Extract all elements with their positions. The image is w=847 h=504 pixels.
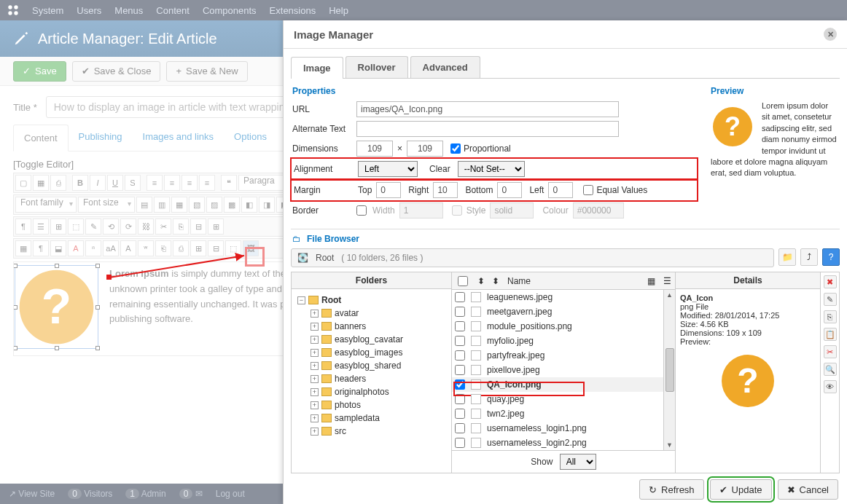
tool-31-icon[interactable]: ☰ xyxy=(33,218,49,235)
file-row[interactable]: module_positions.png xyxy=(452,319,663,334)
file-checkbox[interactable] xyxy=(455,379,465,390)
nav-content[interactable]: Content xyxy=(156,5,190,16)
tool-b-icon[interactable]: ▥ xyxy=(154,197,170,213)
save-new-button[interactable]: +Save & New xyxy=(166,61,247,82)
font-size-select[interactable]: Font size xyxy=(78,197,135,213)
nav-system[interactable]: System xyxy=(32,5,63,16)
file-list[interactable]: leaguenews.jpegmeetgavern.jpegmodule_pos… xyxy=(452,290,663,450)
tool-49-icon[interactable]: ⎙ xyxy=(173,240,189,256)
tool-38-icon[interactable]: ✂ xyxy=(155,218,171,235)
open-icon[interactable]: ▦ xyxy=(33,175,49,191)
folder-easyblog_images[interactable]: +easyblog_images xyxy=(308,346,448,359)
file-checkbox[interactable] xyxy=(455,321,465,331)
tool-4b-icon[interactable]: ⊟ xyxy=(208,240,224,256)
scroll-up-icon[interactable]: ▲ xyxy=(666,291,673,299)
equal-values-checkbox[interactable] xyxy=(583,185,593,195)
scroll-down-icon[interactable]: ▼ xyxy=(666,441,673,449)
file-checkbox[interactable] xyxy=(455,292,465,302)
folder-tree[interactable]: −Root +avatar+banners+easyblog_cavatar+e… xyxy=(292,289,451,473)
new-folder-icon[interactable]: 📁 xyxy=(778,248,796,266)
rename-icon[interactable]: ✎ xyxy=(824,293,837,306)
alt-text-input[interactable] xyxy=(356,121,619,137)
new-doc-icon[interactable]: ▢ xyxy=(15,175,31,191)
tool-46-icon[interactable]: A xyxy=(120,240,136,256)
nav-components[interactable]: Components xyxy=(203,5,257,16)
save-button[interactable]: ✓Save xyxy=(13,61,66,82)
tree-root[interactable]: −Root xyxy=(294,294,448,307)
file-checkbox[interactable] xyxy=(455,336,465,346)
pilcrow-icon[interactable]: ¶ xyxy=(15,218,31,235)
align-center-icon[interactable]: ≡ xyxy=(164,175,180,191)
file-row[interactable]: myfolio.jpeg xyxy=(452,334,663,348)
file-checkbox[interactable] xyxy=(455,423,465,433)
file-row[interactable]: leaguenews.jpeg xyxy=(452,290,663,304)
view-list-icon[interactable]: ☰ xyxy=(659,276,675,286)
toggle-editor-link[interactable]: [Toggle Editor] xyxy=(13,159,74,170)
tab-options[interactable]: Options xyxy=(224,124,277,151)
tool-44-icon[interactable]: ⁿ xyxy=(85,240,101,256)
bold-icon[interactable]: B xyxy=(72,175,88,191)
folder-originalphotos[interactable]: +originalphotos xyxy=(308,385,448,398)
italic-icon[interactable]: I xyxy=(90,175,106,191)
file-row[interactable]: QA_Icon.png xyxy=(452,377,663,392)
view-site-link[interactable]: ↗ View Site xyxy=(9,489,55,499)
border-checkbox[interactable] xyxy=(356,205,367,216)
tool-g-icon[interactable]: ◧ xyxy=(241,197,257,213)
cut-icon[interactable]: ✂ xyxy=(824,345,837,358)
tool-4a-icon[interactable]: ⊞ xyxy=(190,240,206,256)
tool-39-icon[interactable]: ⎘ xyxy=(173,218,189,235)
nav-menus[interactable]: Menus xyxy=(114,5,143,16)
underline-icon[interactable]: U xyxy=(107,175,123,191)
name-column-header[interactable]: Name xyxy=(503,276,643,286)
file-row[interactable]: meetgavern.jpeg xyxy=(452,304,663,319)
nav-help[interactable]: Help xyxy=(329,5,348,16)
file-row[interactable]: usernameless_login1.png xyxy=(452,421,663,436)
folder-sampledata[interactable]: +sampledata xyxy=(308,412,448,425)
file-row[interactable]: usernameless_login2.png xyxy=(452,436,663,450)
nav-extensions[interactable]: Extensions xyxy=(270,5,316,16)
height-input[interactable] xyxy=(407,141,443,157)
breadcrumb[interactable]: 💽 Root ( 10 folders, 26 files ) xyxy=(291,248,774,267)
tool-32-icon[interactable]: ⊞ xyxy=(50,218,66,235)
tool-35-icon[interactable]: ⟲ xyxy=(103,218,119,235)
tab-image[interactable]: Image xyxy=(291,57,343,79)
margin-left-input[interactable] xyxy=(548,182,573,198)
folder-banners[interactable]: +banners xyxy=(308,320,448,333)
pilcrow2-icon[interactable]: ¶ xyxy=(33,240,49,256)
view-icon[interactable]: 👁 xyxy=(824,380,837,393)
tool-42-icon[interactable]: ⬓ xyxy=(50,240,66,256)
paste-icon[interactable]: 📋 xyxy=(824,328,837,341)
select-all-checkbox[interactable] xyxy=(458,276,468,286)
strike-icon[interactable]: S xyxy=(125,175,141,191)
tool-f-icon[interactable]: ▩ xyxy=(224,197,240,213)
refresh-button[interactable]: ↻Refresh xyxy=(639,479,704,500)
file-checkbox[interactable] xyxy=(455,365,465,375)
clear-select[interactable]: --Not Set-- xyxy=(458,161,525,177)
copy-icon[interactable]: ⎘ xyxy=(824,310,837,323)
quote-icon[interactable]: ❝ xyxy=(221,175,237,191)
font-color-icon[interactable]: A xyxy=(68,240,84,256)
tool-c-icon[interactable]: ▦ xyxy=(171,197,187,213)
width-input[interactable] xyxy=(356,141,393,157)
folder-src[interactable]: +src xyxy=(308,425,448,438)
help-icon[interactable]: ? xyxy=(822,248,840,266)
folder-easyblog_cavatar[interactable]: +easyblog_cavatar xyxy=(308,333,448,346)
tool-33-icon[interactable]: ⬚ xyxy=(68,218,84,235)
file-list-scrollbar[interactable]: ▲ ▼ xyxy=(663,290,675,450)
table-icon[interactable]: ▦ xyxy=(15,240,31,256)
align-justify-icon[interactable]: ≡ xyxy=(199,175,215,191)
file-checkbox[interactable] xyxy=(455,394,465,404)
margin-bottom-input[interactable] xyxy=(497,182,522,198)
save-close-button[interactable]: ✔Save & Close xyxy=(72,61,161,82)
tab-content[interactable]: Content xyxy=(13,125,69,151)
margin-top-input[interactable] xyxy=(376,182,401,198)
file-checkbox[interactable] xyxy=(455,409,465,419)
upload-icon[interactable]: ⤴ xyxy=(800,248,818,266)
save-icon[interactable]: ⎙ xyxy=(50,175,66,191)
tool-d-icon[interactable]: ▧ xyxy=(189,197,205,213)
file-row[interactable]: partyfreak.jpeg xyxy=(452,348,663,363)
url-input[interactable] xyxy=(356,101,619,117)
nav-users[interactable]: Users xyxy=(77,5,101,16)
file-row[interactable]: pixellove.jpeg xyxy=(452,363,663,377)
tab-images-links[interactable]: Images and links xyxy=(133,124,225,151)
